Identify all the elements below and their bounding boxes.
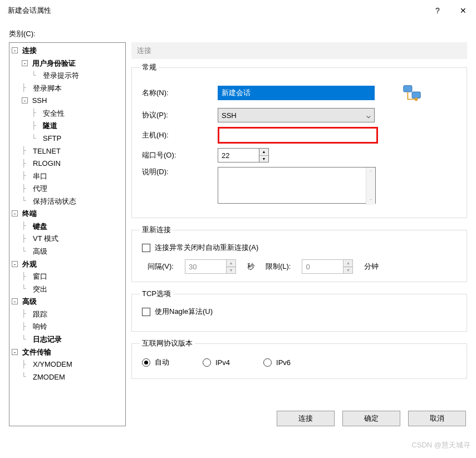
ip-v6-radio[interactable]: IPv6 — [263, 357, 291, 367]
collapse-icon[interactable]: - — [12, 298, 18, 304]
radio-icon — [263, 358, 272, 367]
port-label: 端口号(O): — [140, 150, 218, 160]
host-input[interactable] — [218, 127, 378, 144]
svg-rect-1 — [412, 92, 420, 98]
nagle-label: 使用Nagle算法(U) — [155, 307, 213, 317]
svg-point-2 — [415, 98, 418, 101]
tree-connection[interactable]: 连接 — [22, 46, 37, 55]
radio-icon — [142, 358, 150, 367]
tree-trace[interactable]: 跟踪 — [33, 309, 47, 318]
spin-down-icon: ▼ — [343, 267, 352, 274]
ip-auto-label: 自动 — [155, 357, 169, 367]
cancel-button[interactable]: 取消 — [408, 411, 466, 426]
interval-unit: 秒 — [247, 262, 254, 272]
port-input[interactable] — [218, 148, 259, 162]
scroll-down-icon: ˇ — [366, 196, 375, 205]
protocol-label: 协议(P): — [140, 110, 218, 120]
name-label: 名称(N): — [140, 88, 218, 98]
tree-file-transfer[interactable]: 文件传输 — [22, 347, 51, 356]
tree-bell[interactable]: 响铃 — [33, 322, 47, 331]
collapse-icon[interactable]: - — [12, 47, 18, 53]
tree-login-script[interactable]: 登录脚本 — [33, 83, 62, 92]
tree-login-prompt[interactable]: 登录提示符 — [43, 71, 79, 80]
tree-rlogin[interactable]: RLOGIN — [33, 159, 61, 168]
host-label: 主机(H): — [140, 130, 218, 140]
ip-legend: 互联网协议版本 — [140, 338, 195, 348]
collapse-icon[interactable]: - — [22, 60, 28, 66]
nagle-checkbox[interactable]: 使用Nagle算法(U) — [142, 307, 459, 317]
port-spinner[interactable]: ▲▼ — [259, 148, 269, 162]
tree-vtmode[interactable]: VT 模式 — [33, 234, 58, 243]
limit-input — [302, 259, 343, 274]
general-group: 常规 名称(N): 协议(P): — [131, 62, 467, 218]
tree-security[interactable]: 安全性 — [43, 109, 65, 117]
checkbox-icon — [142, 308, 150, 316]
reconnect-legend: 重新连接 — [140, 225, 173, 235]
titlebar: 新建会话属性 ? ✕ — [0, 0, 476, 21]
protocol-value: SSH — [222, 111, 237, 120]
tree-sftp[interactable]: SFTP — [43, 134, 61, 142]
tree-telnet[interactable]: TELNET — [33, 146, 61, 155]
tree-zmodem[interactable]: ZMODEM — [33, 372, 65, 381]
limit-label: 限制(L): — [266, 262, 291, 272]
svg-rect-0 — [404, 86, 412, 92]
settings-panel: 连接 常规 名称(N): 协 — [131, 42, 467, 426]
connect-button[interactable]: 连接 — [277, 411, 335, 426]
reconnect-group: 重新连接 连接异常关闭时自动重新连接(A) 间隔(V): ▲▼ 秒 限制(L): — [131, 225, 467, 282]
tree-xymodem[interactable]: X/YMODEM — [33, 360, 72, 368]
ip-v4-label: IPv4 — [215, 358, 230, 367]
collapse-icon[interactable]: - — [12, 261, 18, 267]
chevron-down-icon: ⌵ — [366, 111, 371, 120]
window-title: 新建会话属性 — [8, 6, 425, 16]
tree-keyboard[interactable]: 键盘 — [33, 221, 47, 230]
spin-down-icon: ▼ — [227, 267, 235, 274]
spin-up-icon: ▲ — [259, 149, 268, 156]
ip-v4-radio[interactable]: IPv4 — [203, 357, 230, 367]
tcp-legend: TCP选项 — [140, 289, 173, 299]
category-tree[interactable]: - 连接 - 用户身份验证 └登录提示符 ├登录脚本 - — [9, 42, 126, 426]
interval-input — [185, 259, 226, 274]
collapse-icon[interactable]: - — [12, 349, 18, 355]
auto-reconnect-checkbox[interactable]: 连接异常关闭时自动重新连接(A) — [142, 243, 459, 253]
desc-scrollbar[interactable]: ˆˇ — [366, 168, 375, 205]
help-button[interactable]: ? — [425, 0, 450, 21]
checkbox-icon — [142, 244, 150, 252]
network-icon — [401, 82, 423, 104]
tree-ssh[interactable]: SSH — [32, 96, 47, 105]
tree-advanced[interactable]: 高级 — [22, 297, 37, 306]
watermark: CSDN @慧天城寻 — [411, 440, 470, 450]
dialog-footer: 连接 确定 取消 — [131, 406, 467, 426]
tree-serial[interactable]: 串口 — [33, 171, 47, 180]
tree-logging[interactable]: 日志记录 — [33, 335, 62, 343]
ok-button[interactable]: 确定 — [342, 411, 400, 426]
protocol-select[interactable]: SSH ⌵ — [218, 108, 375, 122]
radio-icon — [203, 358, 211, 367]
interval-spinner: ▲▼ — [226, 259, 236, 274]
spin-up-icon: ▲ — [227, 260, 235, 267]
ip-auto-radio[interactable]: 自动 — [142, 357, 169, 367]
close-button[interactable]: ✕ — [450, 0, 476, 21]
category-label: 类别(C): — [9, 29, 467, 39]
tree-proxy[interactable]: 代理 — [33, 184, 47, 193]
collapse-icon[interactable]: - — [12, 210, 18, 216]
tree-highlight[interactable]: 突出 — [33, 284, 47, 293]
spin-down-icon: ▼ — [259, 156, 268, 162]
collapse-icon[interactable]: - — [22, 97, 28, 104]
tree-appearance[interactable]: 外观 — [22, 259, 37, 268]
panel-header: 连接 — [131, 42, 467, 59]
tree-keepalive[interactable]: 保持活动状态 — [33, 196, 76, 205]
tree-auth[interactable]: 用户身份验证 — [32, 58, 76, 67]
name-input[interactable] — [218, 86, 375, 100]
tree-terminal[interactable]: 终端 — [22, 209, 37, 218]
ip-group: 互联网协议版本 自动 IPv4 IPv6 — [131, 338, 467, 379]
desc-input[interactable] — [218, 167, 376, 204]
tcp-group: TCP选项 使用Nagle算法(U) — [131, 289, 467, 332]
tree-tunnel[interactable]: 隧道 — [43, 121, 57, 130]
interval-label: 间隔(V): — [148, 262, 174, 272]
dialog-content: 类别(C): - 连接 - 用户身份验证 └登录提示符 — [0, 29, 476, 433]
spin-up-icon: ▲ — [343, 260, 352, 267]
auto-reconnect-label: 连接异常关闭时自动重新连接(A) — [155, 243, 258, 253]
tree-advanced-term[interactable]: 高级 — [33, 247, 47, 255]
tree-window[interactable]: 窗口 — [33, 272, 47, 280]
scroll-up-icon: ˆ — [366, 168, 375, 176]
